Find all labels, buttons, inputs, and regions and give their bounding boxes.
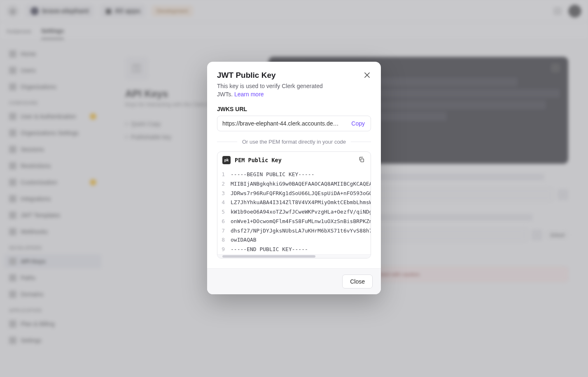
- line-content: MIIBIjANBgkqhkiG9w0BAQEFAAOCAQ8AMIIBCgKC…: [231, 179, 371, 189]
- line-content: dhsf27/NPjDYJgksNUbsLA7uKHrM6bXS71t6vYvS…: [231, 226, 371, 236]
- jwt-public-key-modal: JWT Public Key This key is used to verif…: [207, 62, 381, 294]
- line-content: JDRws7r96RuFQFRKg1dSoU66LJQEspUiDA+nFO59…: [231, 189, 371, 198]
- close-icon[interactable]: [363, 71, 371, 79]
- line-number: 7: [217, 226, 231, 236]
- scrollbar-thumb[interactable]: [222, 255, 315, 258]
- line-number: 2: [217, 179, 231, 189]
- line-number: 9: [217, 245, 231, 254]
- line-number: 8: [217, 235, 231, 245]
- line-number: 4: [217, 198, 231, 207]
- modal-title: JWT Public Key: [217, 71, 276, 80]
- modal-desc-text: This key is used to verify Clerk generat…: [217, 83, 323, 98]
- modal-overlay[interactable]: JWT Public Key This key is used to verif…: [0, 0, 588, 377]
- code-block-title: PEM Public Key: [235, 157, 282, 163]
- modal-footer: Close: [207, 268, 381, 294]
- line-content: LZ7JhYhkuABA4I314ZlT8V4VX4PMiyOmktCEbmbL…: [231, 198, 371, 207]
- line-content: onWve1+DOcwomQFlm4FsS8FuMLnw1uOXzSnBisBR…: [231, 217, 371, 226]
- line-number: 3: [217, 189, 231, 198]
- line-content: owIDAQAB: [231, 235, 263, 245]
- modal-description: This key is used to verify Clerk generat…: [217, 82, 332, 98]
- code-line: 3JDRws7r96RuFQFRKg1dSoU66LJQEspUiDA+nFO5…: [217, 189, 371, 198]
- close-button[interactable]: Close: [342, 275, 373, 289]
- divider: Or use the PEM format directly in your c…: [217, 139, 371, 145]
- line-content: -----END PUBLIC KEY-----: [231, 245, 315, 254]
- line-number: 1: [217, 170, 231, 179]
- line-number: 5: [217, 207, 231, 217]
- code-line: 8owIDAQAB: [217, 235, 371, 245]
- code-line: 4LZ7JhYhkuABA4I314ZlT8V4VX4PMiyOmktCEbmb…: [217, 198, 371, 207]
- divider-text: Or use the PEM format directly in your c…: [242, 139, 346, 145]
- line-content: kW1b9oeO6A94xoTZJwfJCweWKPvzgHLa+OezfV/q…: [231, 207, 371, 217]
- horizontal-scrollbar[interactable]: [217, 254, 371, 258]
- code-line: 5kW1b9oeO6A94xoTZJwfJCweWKPvzgHLa+OezfV/…: [217, 207, 371, 217]
- code-language-icon: pk: [222, 156, 231, 164]
- code-line: 9-----END PUBLIC KEY-----: [217, 245, 371, 254]
- code-line: 1-----BEGIN PUBLIC KEY-----: [217, 170, 371, 179]
- code-line: 7dhsf27/NPjDYJgksNUbsLA7uKHrM6bXS71t6vYv…: [217, 226, 371, 236]
- jwks-url-value[interactable]: https://brave-elephant-44.clerk.accounts…: [217, 120, 345, 127]
- line-content: -----BEGIN PUBLIC KEY-----: [231, 170, 321, 179]
- learn-more-link[interactable]: Learn more: [234, 91, 264, 98]
- line-number: 6: [217, 217, 231, 226]
- svg-rect-0: [361, 159, 364, 162]
- code-line: 6onWve1+DOcwomQFlm4FsS8FuMLnw1uOXzSnBisB…: [217, 217, 371, 226]
- copy-jwks-button[interactable]: Copy: [345, 120, 371, 127]
- pem-code-block: pk PEM Public Key 1-----BEGIN PUBLIC KEY…: [217, 151, 371, 258]
- jwks-url-label: JWKS URL: [217, 106, 371, 112]
- copy-pem-button[interactable]: [358, 156, 366, 164]
- code-block-body[interactable]: 1-----BEGIN PUBLIC KEY-----2MIIBIjANBgkq…: [217, 168, 371, 254]
- code-line: 2MIIBIjANBgkqhkiG9w0BAQEFAAOCAQ8AMIIBCgK…: [217, 179, 371, 189]
- jwks-url-field: https://brave-elephant-44.clerk.accounts…: [217, 116, 371, 131]
